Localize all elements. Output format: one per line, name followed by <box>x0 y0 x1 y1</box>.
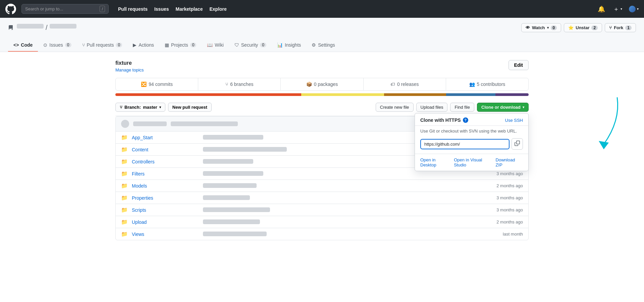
nav-pull-requests[interactable]: Pull requests <box>115 4 150 14</box>
use-ssh-link[interactable]: Use SSH <box>505 118 523 123</box>
tab-insights[interactable]: 📊 Insights <box>272 39 306 52</box>
commit-blurred <box>203 207 270 212</box>
description-row: fixture Manage topics Edit <box>115 60 529 72</box>
download-zip-link[interactable]: Download ZIP <box>496 157 523 167</box>
file-name-link[interactable]: Content <box>132 147 199 152</box>
tab-pr-label: Pull requests <box>87 42 114 48</box>
tab-code[interactable]: <> Code <box>8 39 38 52</box>
plus-menu-button[interactable]: ＋ ▾ <box>612 4 624 14</box>
clone-description: Use Git or checkout with SVN using the w… <box>415 126 528 136</box>
top-nav-right: 🔔 ＋ ▾ ▾ <box>596 4 639 14</box>
branches-icon: ⑂ <box>225 82 228 87</box>
branch-name: master <box>143 105 157 110</box>
open-in-vs-link[interactable]: Open in Visual Studio <box>454 157 495 167</box>
clone-url-row <box>415 136 528 154</box>
pr-icon: ⑂ <box>82 42 85 48</box>
file-name-link[interactable]: Properties <box>132 195 199 201</box>
nav-issues[interactable]: Issues <box>152 4 172 14</box>
find-file-button[interactable]: Find file <box>450 103 474 112</box>
manage-topics-link[interactable]: Manage topics <box>115 67 144 72</box>
tab-actions[interactable]: ▶ Actions <box>127 39 159 52</box>
nav-marketplace[interactable]: Marketplace <box>173 4 206 14</box>
fork-label: Fork <box>614 25 623 30</box>
search-bar[interactable]: Search or jump to... / <box>21 4 109 14</box>
star-count: 2 <box>591 26 598 30</box>
tab-wiki[interactable]: 📖 Wiki <box>202 39 229 52</box>
stats-bar: 🔀 94 commits ⑂ 6 branches 📦 0 packages 🏷… <box>115 78 529 91</box>
repo-name-blurred <box>50 24 76 29</box>
branch-caret-icon: ▾ <box>159 105 161 109</box>
star-icon: ⭐ <box>568 25 574 30</box>
contributors-count: 5 contributors <box>477 82 505 87</box>
new-pull-request-button[interactable]: New pull request <box>168 103 212 112</box>
commit-blurred <box>203 195 250 200</box>
file-name-link[interactable]: Upload <box>132 219 199 225</box>
github-logo-icon[interactable] <box>5 4 16 14</box>
repo-owner-link[interactable] <box>17 24 44 32</box>
svg-marker-0 <box>599 141 609 149</box>
table-row: 📁 Views last month <box>116 228 528 240</box>
repo-separator: / <box>46 24 48 32</box>
file-name-link[interactable]: Filters <box>132 171 199 177</box>
commit-author-name <box>133 121 167 126</box>
repo-name-link[interactable] <box>50 24 76 32</box>
clone-label: Clone or download <box>481 105 521 110</box>
pr-badge: 0 <box>116 43 122 47</box>
tab-issues[interactable]: ⊙ Issues 0 <box>38 39 76 52</box>
upload-files-button[interactable]: Upload files <box>416 103 448 112</box>
watch-count: 0 <box>551 26 557 30</box>
contributors-stat[interactable]: 👥 5 contributors <box>446 78 528 90</box>
watch-caret: ▾ <box>547 26 549 30</box>
branch-selector[interactable]: ⑂ Branch: master ▾ <box>115 103 165 112</box>
issues-badge: 0 <box>65 43 71 47</box>
user-menu-button[interactable]: ▾ <box>629 6 639 12</box>
folder-icon: 📁 <box>121 219 128 225</box>
nav-explore[interactable]: Explore <box>207 4 229 14</box>
commit-blurred <box>203 183 257 188</box>
open-in-desktop-link[interactable]: Open in Desktop <box>420 157 453 167</box>
releases-stat[interactable]: 🏷 0 releases <box>364 78 446 90</box>
file-name-link[interactable]: Controllers <box>132 159 199 164</box>
releases-count: 0 releases <box>397 82 419 87</box>
tab-security[interactable]: 🛡 Security 0 <box>229 39 272 52</box>
annotation-arrow <box>584 94 624 155</box>
folder-icon: 📁 <box>121 195 128 201</box>
packages-stat[interactable]: 📦 0 packages <box>281 78 363 90</box>
security-badge: 0 <box>260 43 266 47</box>
code-icon: <> <box>13 42 19 48</box>
notifications-bell-icon[interactable]: 🔔 <box>596 4 606 14</box>
edit-button[interactable]: Edit <box>508 60 529 70</box>
commits-stat[interactable]: 🔀 94 commits <box>116 78 198 90</box>
file-name-link[interactable]: App_Start <box>132 135 199 140</box>
clone-help-icon[interactable]: ? <box>463 117 468 123</box>
tab-settings[interactable]: ⚙ Settings <box>306 39 340 52</box>
repo-icon <box>8 25 13 31</box>
file-name-link[interactable]: Models <box>132 183 199 189</box>
clone-area: Clone or download ▾ Clone with HTTPS ? U… <box>477 103 529 112</box>
file-name-link[interactable]: Views <box>132 232 199 237</box>
table-row: 📁 Properties 3 months ago <box>116 192 528 204</box>
folder-icon: 📁 <box>121 158 128 165</box>
tab-code-label: Code <box>21 42 33 48</box>
user-menu-caret: ▾ <box>637 7 639 11</box>
commit-blurred <box>203 135 263 140</box>
fork-button[interactable]: ⑂ Fork 1 <box>605 23 636 32</box>
file-time: 2 months ago <box>496 183 523 188</box>
clone-or-download-button[interactable]: Clone or download ▾ <box>477 103 529 112</box>
unstar-button[interactable]: ⭐ Unstar 2 <box>564 23 602 32</box>
nav-links: Pull requests Issues Marketplace Explore <box>115 4 229 14</box>
folder-icon: 📁 <box>121 183 128 189</box>
branch-label: Branch: <box>124 105 141 110</box>
tab-pull-requests[interactable]: ⑂ Pull requests 0 <box>77 39 128 52</box>
copy-url-button[interactable] <box>512 138 523 150</box>
create-new-file-button[interactable]: Create new file <box>376 103 414 112</box>
watch-button[interactable]: 👁 Watch ▾ 0 <box>521 23 561 32</box>
file-name-link[interactable]: Scripts <box>132 207 199 213</box>
tab-insights-label: Insights <box>285 42 301 48</box>
tab-projects[interactable]: ▦ Projects 0 <box>159 39 202 52</box>
table-row: 📁 Scripts 3 months ago <box>116 204 528 216</box>
branches-stat[interactable]: ⑂ 6 branches <box>198 78 281 90</box>
repo-header: / 👁 Watch ▾ 0 ⭐ Unstar 2 ⑂ Fork 1 <box>0 18 644 52</box>
clone-url-input[interactable] <box>420 139 509 149</box>
folder-icon: 📁 <box>121 146 128 153</box>
